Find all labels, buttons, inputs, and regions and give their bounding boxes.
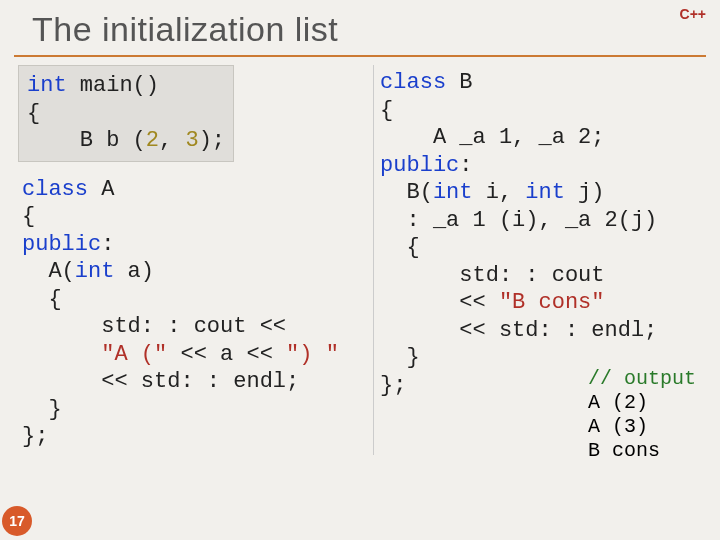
code-area: int main() { B b (2, 3); class A { publi… <box>14 65 706 455</box>
code-class-b: class B { A _a 1, _a 2; public: B(int i,… <box>376 65 702 403</box>
code-main: int main() { B b (2, 3); <box>23 68 227 159</box>
slide: C++ The initialization list int main() {… <box>0 0 720 540</box>
output-line: A (2) <box>588 391 696 415</box>
output-block: // output A (2) A (3) B cons <box>582 365 702 465</box>
page-number: 17 <box>2 506 32 536</box>
column-separator <box>373 65 374 455</box>
output-comment: // output <box>588 367 696 391</box>
left-column: int main() { B b (2, 3); class A { publi… <box>18 65 371 455</box>
right-column: class B { A _a 1, _a 2; public: B(int i,… <box>376 65 702 455</box>
output-line: B cons <box>588 439 696 463</box>
slide-title: The initialization list <box>14 8 706 57</box>
language-label: C++ <box>680 6 706 22</box>
main-function-block: int main() { B b (2, 3); <box>18 65 234 162</box>
output-line: A (3) <box>588 415 696 439</box>
code-class-a: class A { public: A(int a) { std: : cout… <box>18 172 371 455</box>
